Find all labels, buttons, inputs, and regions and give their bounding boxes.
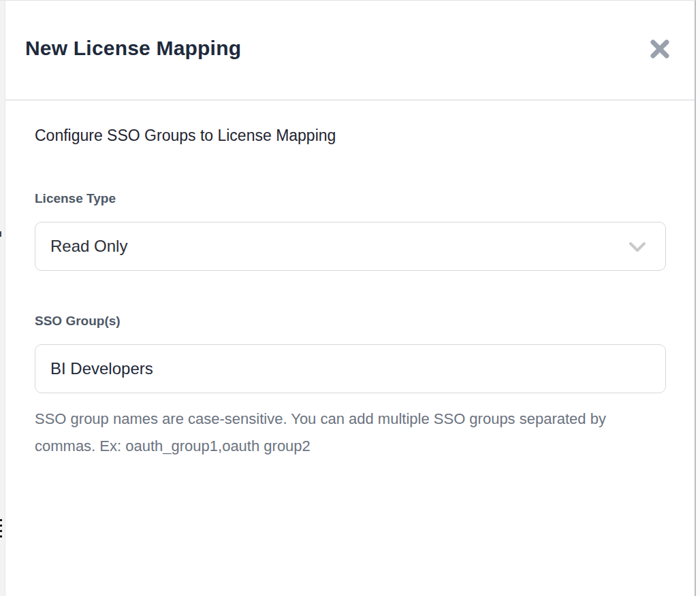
menu-dashes-icon xyxy=(0,530,2,532)
license-type-select[interactable]: Read Only xyxy=(35,222,666,271)
license-type-label: License Type xyxy=(35,191,116,206)
new-license-mapping-dialog: New License Mapping Configure SSO Groups… xyxy=(5,0,696,596)
close-button[interactable] xyxy=(646,35,674,63)
dialog-title: New License Mapping xyxy=(25,35,241,62)
background-page-edge xyxy=(0,0,5,596)
menu-dashes-icon xyxy=(0,525,2,527)
chevron-down-icon xyxy=(629,239,646,255)
page-background: New License Mapping Configure SSO Groups… xyxy=(0,0,700,596)
close-icon xyxy=(647,36,673,62)
background-artifact xyxy=(0,231,1,237)
license-type-selected-value: Read Only xyxy=(35,237,127,256)
sso-groups-input[interactable] xyxy=(35,344,666,393)
menu-dashes-icon xyxy=(0,519,2,521)
menu-dashes-icon xyxy=(0,535,2,537)
dialog-body: Configure SSO Groups to License Mapping … xyxy=(5,101,695,596)
dialog-header: New License Mapping xyxy=(5,1,695,99)
dialog-subtitle: Configure SSO Groups to License Mapping xyxy=(35,127,336,145)
sso-groups-help: SSO group names are case-sensitive. You … xyxy=(35,405,610,460)
sso-groups-label: SSO Group(s) xyxy=(35,314,121,329)
